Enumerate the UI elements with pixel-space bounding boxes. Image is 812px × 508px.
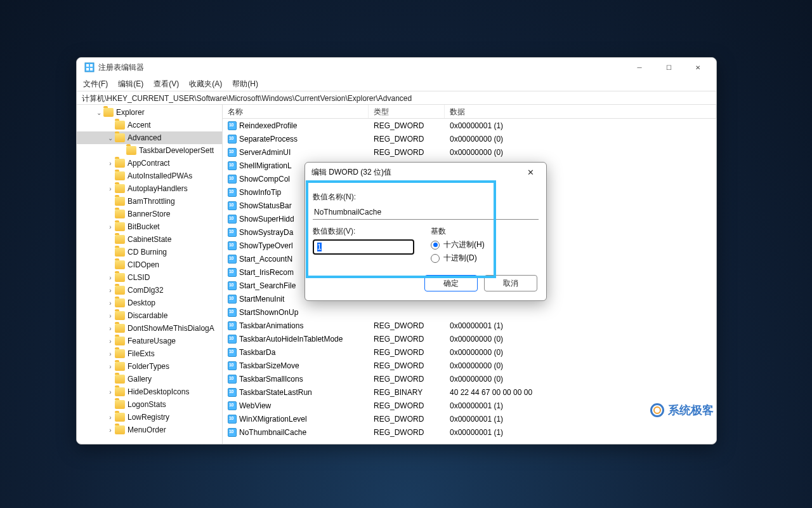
cancel-button[interactable]: 取消 <box>484 275 537 291</box>
value-data-field[interactable] <box>313 239 414 255</box>
edit-dword-dialog: 编辑 DWORD (32 位)值 ✕ 数值名称(N): 数值数据(V): 基数 … <box>304 162 547 301</box>
radio-hex-dot <box>431 241 440 250</box>
tree-item[interactable]: ›ComDlg32 <box>77 284 222 297</box>
col-data[interactable]: 数据 <box>445 105 716 118</box>
value-name-cell: TaskbarStateLastRun <box>223 388 369 397</box>
maximize-button[interactable]: ☐ <box>654 58 683 76</box>
chevron-icon[interactable]: › <box>106 160 115 167</box>
chevron-icon[interactable]: › <box>106 287 115 294</box>
folder-icon <box>115 324 125 333</box>
chevron-icon[interactable]: › <box>106 351 115 358</box>
tree-item[interactable]: ⌄Explorer <box>77 106 222 119</box>
value-row[interactable]: TaskbarAnimationsREG_DWORD0x00000001 (1) <box>223 319 716 332</box>
chevron-icon[interactable]: › <box>106 414 115 421</box>
dialog-close-button[interactable]: ✕ <box>521 163 540 182</box>
close-button[interactable]: ✕ <box>683 58 712 76</box>
value-row[interactable]: TaskbarSizeMoveREG_DWORD0x00000000 (0) <box>223 359 716 372</box>
chevron-icon[interactable]: › <box>106 300 115 307</box>
minimize-button[interactable]: ─ <box>625 58 654 76</box>
col-type[interactable]: 类型 <box>369 105 445 118</box>
chevron-icon[interactable]: › <box>106 338 115 345</box>
menu-edit[interactable]: 编辑(E) <box>118 79 143 90</box>
radio-hex[interactable]: 十六进制(H) <box>431 239 485 250</box>
tree-item[interactable]: Accent <box>77 119 222 131</box>
menu-file[interactable]: 文件(F) <box>83 79 108 90</box>
tree-item[interactable]: ›FileExts <box>77 347 222 360</box>
value-row[interactable]: TaskbarSmallIconsREG_DWORD0x00000000 (0) <box>223 372 716 385</box>
radio-dec[interactable]: 十进制(D) <box>431 253 485 264</box>
folder-icon <box>115 197 125 206</box>
menu-help[interactable]: 帮助(H) <box>232 79 258 90</box>
chevron-icon[interactable]: › <box>106 363 115 370</box>
tree-item-label: LowRegistry <box>128 413 169 422</box>
titlebar[interactable]: 注册表编辑器 ─ ☐ ✕ <box>77 58 716 77</box>
value-data-cell: 40 22 44 67 00 00 00 00 <box>445 388 716 397</box>
tree-item[interactable]: BamThrottling <box>77 195 222 208</box>
tree-item[interactable]: CabinetState <box>77 233 222 246</box>
value-row[interactable]: StartShownOnUp <box>223 305 716 319</box>
value-type-cell: REG_DWORD <box>369 135 445 144</box>
ok-button[interactable]: 确定 <box>424 275 478 291</box>
col-name[interactable]: 名称 <box>223 105 369 118</box>
tree-item[interactable]: TaskbarDeveloperSett <box>77 144 222 157</box>
value-name-field[interactable] <box>313 205 539 220</box>
value-row[interactable]: TaskbarStateLastRunREG_BINARY40 22 44 67… <box>223 385 716 399</box>
tree-item[interactable]: ›AppContract <box>77 157 222 170</box>
dialog-titlebar[interactable]: 编辑 DWORD (32 位)值 ✕ <box>305 163 546 182</box>
svg-rect-1 <box>86 64 89 67</box>
tree-item[interactable]: ›FolderTypes <box>77 360 222 373</box>
value-row[interactable]: WinXMigrationLevelREG_DWORD0x00000001 (1… <box>223 412 716 425</box>
list-header[interactable]: 名称 类型 数据 <box>223 105 716 119</box>
tree-item[interactable]: ›HideDesktopIcons <box>77 385 222 398</box>
folder-icon <box>115 159 125 168</box>
tree-item-label: Accent <box>128 121 151 130</box>
folder-icon <box>115 248 125 257</box>
menu-favorites[interactable]: 收藏夹(A) <box>189 79 222 90</box>
value-row[interactable]: WebViewREG_DWORD0x00000001 (1) <box>223 399 716 412</box>
chevron-icon[interactable]: › <box>106 389 115 396</box>
chevron-icon[interactable]: › <box>106 274 115 281</box>
tree-pane[interactable]: ⌄ExplorerAccent⌄AdvancedTaskbarDeveloper… <box>77 105 223 444</box>
chevron-icon[interactable]: › <box>106 325 115 332</box>
chevron-icon[interactable]: › <box>106 427 115 434</box>
tree-item[interactable]: ⌄Advanced <box>77 131 222 144</box>
menu-view[interactable]: 查看(V) <box>154 79 179 90</box>
tree-item[interactable]: LogonStats <box>77 398 222 411</box>
tree-item[interactable]: AutoInstalledPWAs <box>77 170 222 182</box>
tree-item[interactable]: BannerStore <box>77 208 222 220</box>
dword-icon <box>228 415 237 424</box>
dword-icon <box>228 135 237 144</box>
value-data-cell: 0x00000000 (0) <box>445 375 716 384</box>
folder-icon <box>115 362 125 371</box>
tree-item[interactable]: ›DontShowMeThisDialogA <box>77 322 222 335</box>
dword-icon <box>228 308 237 317</box>
value-row[interactable]: ServerAdminUIREG_DWORD0x00000000 (0) <box>223 145 716 159</box>
value-row[interactable]: TaskbarDaREG_DWORD0x00000000 (0) <box>223 345 716 359</box>
tree-item[interactable]: ›Discardable <box>77 309 222 322</box>
address-bar[interactable]: 计算机\HKEY_CURRENT_USER\Software\Microsoft… <box>77 91 716 105</box>
folder-icon <box>115 260 125 269</box>
value-row[interactable]: SeparateProcessREG_DWORD0x00000000 (0) <box>223 132 716 145</box>
tree-item[interactable]: ›BitBucket <box>77 220 222 233</box>
tree-item[interactable]: ›FeatureUsage <box>77 335 222 347</box>
chevron-icon[interactable]: ⌄ <box>106 135 115 142</box>
value-name-cell: TaskbarSmallIcons <box>223 375 369 384</box>
chevron-icon[interactable]: › <box>106 312 115 319</box>
tree-item[interactable]: ›CLSID <box>77 271 222 284</box>
tree-item[interactable]: Gallery <box>77 373 222 385</box>
chevron-icon[interactable]: › <box>106 185 115 192</box>
tree-item-label: AppContract <box>128 159 170 168</box>
tree-item[interactable]: CD Burning <box>77 246 222 258</box>
tree-item[interactable]: ›MenuOrder <box>77 424 222 436</box>
tree-item[interactable]: ›LowRegistry <box>77 411 222 424</box>
tree-item-label: TaskbarDeveloperSett <box>139 146 214 155</box>
tree-item[interactable]: ›AutoplayHandlers <box>77 182 222 195</box>
chevron-icon[interactable]: › <box>106 224 115 231</box>
tree-item[interactable]: ›Desktop <box>77 297 222 309</box>
value-row[interactable]: TaskbarAutoHideInTabletModeREG_DWORD0x00… <box>223 332 716 345</box>
value-row[interactable]: NoThumbnailCacheREG_DWORD0x00000001 (1) <box>223 425 716 439</box>
chevron-icon[interactable]: ⌄ <box>95 109 103 116</box>
value-row[interactable]: ReindexedProfileREG_DWORD0x00000001 (1) <box>223 119 716 132</box>
dword-icon <box>228 215 237 224</box>
tree-item[interactable]: CIDOpen <box>77 258 222 271</box>
